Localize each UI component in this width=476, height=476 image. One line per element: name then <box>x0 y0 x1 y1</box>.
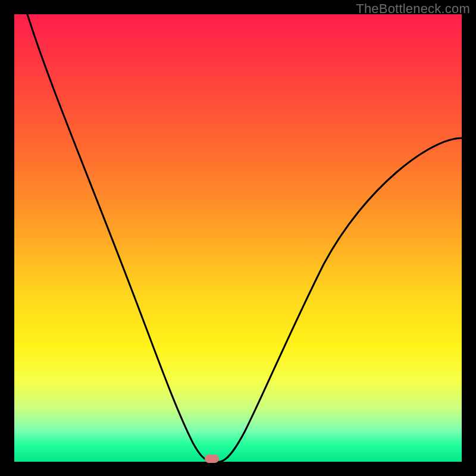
plot-area <box>14 14 462 462</box>
bottleneck-curve <box>14 14 462 462</box>
chart-frame: TheBottleneck.com <box>0 0 476 476</box>
watermark-text: TheBottleneck.com <box>356 1 470 17</box>
optimal-marker <box>205 455 219 463</box>
curve-path <box>27 14 462 462</box>
